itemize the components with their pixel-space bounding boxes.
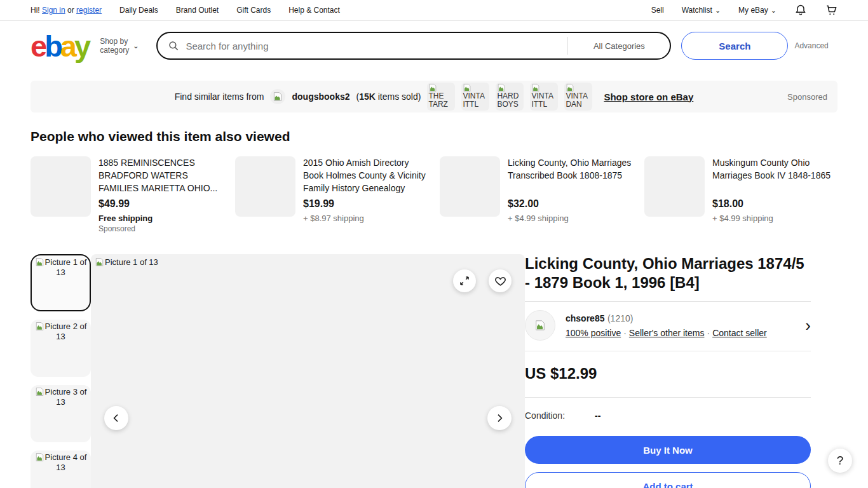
contact-seller-link[interactable]: Contact seller <box>712 328 767 338</box>
product-title: 2015 Ohio Amish Directory Book Holmes Co… <box>303 156 428 194</box>
expand-image-button[interactable] <box>453 269 476 292</box>
shop-by-label: Shop by category <box>100 37 129 55</box>
banner-thumb[interactable]: VINTA ITTL <box>530 83 558 111</box>
product-image-placeholder <box>644 156 705 217</box>
positive-feedback-link[interactable]: 100% positive <box>566 328 621 338</box>
seller-name[interactable]: chsore85 <box>566 313 604 323</box>
broken-image-icon <box>534 320 546 331</box>
register-link[interactable]: register <box>76 6 102 15</box>
broken-image-icon <box>35 257 44 267</box>
category-select[interactable]: All Categories <box>568 41 670 51</box>
dot-separator: · <box>707 328 710 338</box>
search-icon <box>168 40 179 51</box>
gallery-thumb-3[interactable]: Picture 3 of 13 <box>31 385 91 442</box>
divider <box>525 351 811 351</box>
cart-icon[interactable] <box>825 4 837 17</box>
chevron-down-icon: ⌄ <box>771 7 776 14</box>
thumb-alt-text: Picture 3 of 13 <box>45 387 87 407</box>
banner-thumb[interactable]: VINTA DAN <box>564 83 592 111</box>
main-image-stage[interactable]: Picture 1 of 13 <box>91 254 525 488</box>
gallery-thumb-1[interactable]: Picture 1 of 13 <box>31 254 91 311</box>
chevron-left-icon <box>111 413 121 423</box>
notifications-bell-icon[interactable] <box>794 4 807 17</box>
seller-other-items-link[interactable]: Seller's other items <box>629 328 705 338</box>
condition-value: -- <box>595 410 600 421</box>
sell-link[interactable]: Sell <box>651 6 664 15</box>
chevron-right-icon[interactable]: › <box>805 317 811 334</box>
add-to-cart-button[interactable]: Add to cart <box>525 472 811 488</box>
ebay-logo[interactable]: ebay <box>31 31 88 61</box>
broken-image-icon <box>497 83 506 92</box>
condition-row: Condition: -- <box>525 410 811 421</box>
product-shipping: Free shipping <box>98 214 224 223</box>
nav-help-contact[interactable]: Help & Contact <box>288 6 340 15</box>
seller-avatar[interactable] <box>270 89 285 104</box>
shop-by-category-dropdown[interactable]: Shop by category ⌄ <box>100 37 139 55</box>
chevron-down-icon: ⌄ <box>715 7 721 14</box>
expand-icon <box>459 275 470 287</box>
product-card[interactable]: Licking County, Ohio Marriages Transcrib… <box>440 156 633 233</box>
thumb-alt-text: ITTL <box>531 100 557 109</box>
search-button[interactable]: Search <box>681 32 788 60</box>
thumb-alt-text: ITTL <box>463 100 488 109</box>
banner-seller-link[interactable]: dougsbooks2 <box>292 92 349 102</box>
item-info-panel: Licking County, Ohio Marriages 1874/5 - … <box>525 254 811 488</box>
watchlist-label: Watchlist <box>682 6 712 15</box>
greeting-text: Hi! <box>31 6 40 15</box>
nav-brand-outlet[interactable]: Brand Outlet <box>176 6 219 15</box>
help-button[interactable]: ? <box>828 449 852 473</box>
advanced-search-link[interactable]: Advanced <box>794 41 828 50</box>
product-price: $32.00 <box>508 198 633 210</box>
greeting: Hi! Sign in or register <box>31 6 102 15</box>
product-shipping: + $4.99 shipping <box>712 214 837 223</box>
thumb-alt-text: Picture 4 of 13 <box>45 452 87 472</box>
gallery-thumb-4[interactable]: Picture 4 of 13 <box>31 451 91 488</box>
seller-feedback-count: (1210) <box>607 313 633 323</box>
or-text: or <box>67 6 74 15</box>
banner-thumb[interactable]: VINTA ITTL <box>461 83 489 111</box>
sponsored-seller-banner: Find similar items from dougsbooks2 (15K… <box>31 81 837 112</box>
shop-store-link[interactable]: Shop store on eBay <box>604 92 693 102</box>
banner-thumb[interactable]: THE TARZ <box>427 83 455 111</box>
sign-in-link[interactable]: Sign in <box>42 6 65 15</box>
product-card[interactable]: 1885 REMINISCENCES BRADFORD WATERS FAMIL… <box>31 156 224 233</box>
thumb-alt-text: Picture 2 of 13 <box>45 322 87 341</box>
logo-letter: b <box>44 29 60 63</box>
thumb-alt-text: DAN <box>566 100 591 109</box>
search-bar: All Categories <box>156 32 671 60</box>
seller-card[interactable]: chsore85 (1210) 100% positive·Seller's o… <box>525 310 811 341</box>
broken-image-icon <box>95 257 104 267</box>
nav-daily-deals[interactable]: Daily Deals <box>119 6 158 15</box>
product-card[interactable]: 2015 Ohio Amish Directory Book Holmes Co… <box>235 156 428 233</box>
dot-separator: · <box>623 328 627 338</box>
also-viewed-heading: People who viewed this item also viewed <box>31 129 837 144</box>
gallery-thumbnail-rail: Picture 1 of 13 Picture 2 of 13 Picture … <box>31 254 91 488</box>
product-title: Licking County, Ohio Marriages Transcrib… <box>508 156 633 182</box>
main-image-alt-text: Picture 1 of 13 <box>105 257 158 267</box>
thumb-alt-text: Picture 1 of 13 <box>45 257 87 277</box>
previous-image-button[interactable] <box>104 406 128 430</box>
product-title: 1885 REMINISCENCES BRADFORD WATERS FAMIL… <box>98 156 224 194</box>
gallery-thumb-2[interactable]: Picture 2 of 13 <box>31 320 91 377</box>
product-image-placeholder <box>31 156 91 217</box>
product-sponsored-label: Sponsored <box>98 224 224 233</box>
product-shipping: + $4.99 shipping <box>508 214 633 223</box>
my-ebay-dropdown[interactable]: My eBay ⌄ <box>738 6 776 15</box>
watch-heart-button[interactable] <box>489 269 512 292</box>
heart-icon <box>494 275 506 287</box>
topbar-nav: Daily Deals Brand Outlet Gift Cards Help… <box>119 6 340 15</box>
product-card[interactable]: Muskingum County Ohio Marriages Book IV … <box>644 156 837 233</box>
product-image-placeholder <box>440 156 500 217</box>
banner-thumb[interactable]: HARD BOYS <box>496 83 524 111</box>
nav-gift-cards[interactable]: Gift Cards <box>236 6 271 15</box>
next-image-button[interactable] <box>487 406 512 430</box>
product-price: $19.99 <box>303 198 428 210</box>
banner-text: Find similar items from <box>175 92 264 102</box>
buy-it-now-button[interactable]: Buy It Now <box>525 436 811 464</box>
item-main-section: Picture 1 of 13 Picture 2 of 13 Picture … <box>31 254 837 488</box>
watchlist-dropdown[interactable]: Watchlist ⌄ <box>682 6 721 15</box>
product-image-placeholder <box>235 156 295 217</box>
broken-image-icon <box>35 452 44 462</box>
search-input[interactable] <box>179 41 567 51</box>
product-price: $18.00 <box>712 198 837 210</box>
